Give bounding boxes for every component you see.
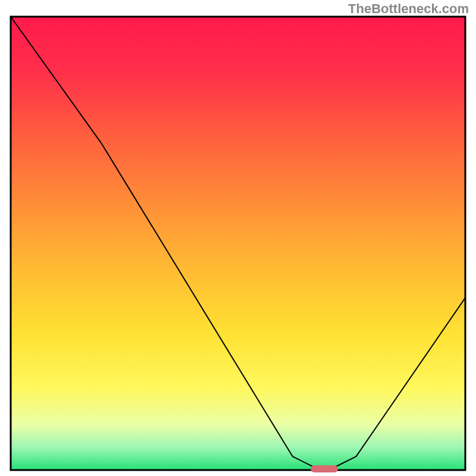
chart-container: TheBottleneck.com — [0, 0, 476, 476]
watermark-text: TheBottleneck.com — [348, 1, 469, 17]
bottleneck-chart — [0, 0, 476, 476]
optimal-marker — [311, 465, 338, 472]
plot-background — [11, 17, 465, 470]
